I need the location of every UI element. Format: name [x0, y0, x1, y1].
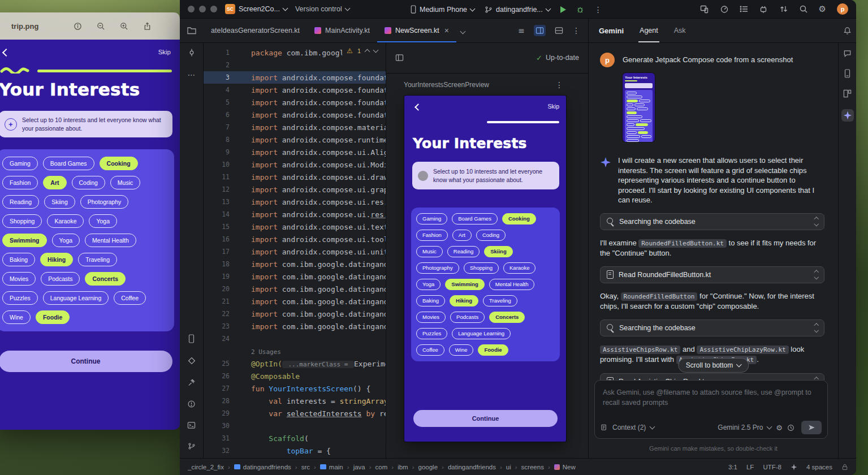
breadcrumb-com[interactable]: com — [375, 464, 388, 470]
line-number[interactable]: 30 — [204, 422, 236, 430]
editor-tab-mainactivity-kt[interactable]: MainActivity.kt — [307, 19, 377, 42]
version-control-tool-icon[interactable] — [188, 442, 196, 450]
line-number[interactable]: 5 — [204, 98, 236, 106]
code-line[interactable]: 10import androidx.compose.ui.Modi — [204, 158, 386, 171]
code-line[interactable]: 29 var selectedInterests by re — [204, 407, 386, 420]
line-number[interactable]: 11 — [204, 173, 236, 181]
line-number[interactable]: 12 — [204, 185, 236, 193]
code-line[interactable]: 4import androidx.compose.foundat — [204, 84, 386, 96]
line-number[interactable]: 9 — [204, 148, 236, 156]
breadcrumb-google[interactable]: google — [418, 464, 438, 470]
editor-tab-ateideasgeneratorscreen-kt[interactable]: ateIdeasGeneratorScreen.kt — [204, 19, 307, 42]
code-line[interactable]: 32 topBar = { — [204, 444, 386, 457]
code-line[interactable]: 6import androidx.compose.foundat — [204, 109, 386, 121]
split-editor-icon[interactable] — [534, 25, 546, 36]
tool-call-read-roundedfilledbutton-kt[interactable]: Read RoundedFilledButton.kt — [600, 266, 824, 283]
gemini-status-icon[interactable] — [791, 464, 797, 470]
expand-collapse-icon[interactable] — [815, 324, 818, 331]
editor-tab-newscreen-kt[interactable]: NewScreen.kt× — [377, 19, 456, 42]
more-tool-windows-icon[interactable]: ⋯ — [188, 70, 196, 79]
code-lines[interactable]: 1package com.ibm.googl23import androidx.… — [204, 42, 386, 458]
line-number[interactable]: 7 — [204, 123, 236, 131]
code-line[interactable]: 2 Usages — [204, 345, 386, 357]
expand-collapse-icon[interactable] — [815, 218, 818, 225]
code-line[interactable]: 9import androidx.compose.ui.Alig — [204, 146, 386, 158]
breadcrumb-datingandfriends[interactable]: datingandfriends — [234, 464, 291, 470]
vcs-update-icon[interactable] — [779, 5, 788, 14]
breadcrumb-main[interactable]: main — [320, 464, 343, 470]
search-everywhere-icon[interactable] — [799, 5, 808, 14]
gemini-tool-icon[interactable] — [841, 109, 854, 122]
tab-ask[interactable]: Ask — [674, 19, 686, 42]
maximize-window-icon[interactable] — [210, 6, 217, 12]
code-line[interactable]: 12import androidx.compose.ui.grap — [204, 183, 386, 196]
line-number[interactable]: 10 — [204, 161, 236, 169]
line-number[interactable]: 6 — [204, 111, 236, 119]
run-button[interactable] — [560, 6, 566, 13]
prev-problem-icon[interactable] — [365, 49, 370, 55]
vcs-widget[interactable]: Version control — [295, 5, 349, 13]
send-button[interactable] — [801, 421, 822, 434]
code-line[interactable]: 25@OptIn( ...markerClass = Experiment — [204, 357, 386, 370]
terminal-tool-icon[interactable] — [187, 421, 196, 429]
breadcrumb-datingandfriends[interactable]: datingandfriends — [448, 464, 496, 470]
line-number[interactable]: 15 — [204, 223, 236, 231]
code-line[interactable]: 3import androidx.compose.foundat — [204, 71, 386, 84]
line-number[interactable]: 4 — [204, 86, 236, 94]
run-config-selector[interactable]: datingandfrie... — [485, 6, 550, 14]
info-icon[interactable] — [74, 22, 82, 31]
line-number[interactable]: 27 — [204, 385, 236, 392]
code-line[interactable]: 2 — [204, 59, 386, 71]
line-number[interactable]: 26 — [204, 372, 236, 380]
indent-size[interactable]: 4 spaces — [806, 464, 832, 470]
line-number[interactable]: 22 — [204, 310, 236, 318]
code-line[interactable]: 28 val interests = stringArray — [204, 395, 386, 407]
line-number[interactable]: 1 — [204, 49, 236, 57]
device-selector[interactable]: Medium Phone — [411, 5, 474, 14]
problems-tool-icon[interactable] — [187, 400, 196, 408]
code-line[interactable]: 24 — [204, 332, 386, 345]
line-number[interactable]: 20 — [204, 285, 236, 293]
close-tab-icon[interactable]: × — [444, 27, 449, 34]
code-line[interactable]: 7import androidx.compose.materia — [204, 121, 386, 133]
breadcrumb-java[interactable]: java — [353, 464, 365, 470]
profile-avatar[interactable]: p — [837, 3, 848, 15]
breadcrumb-ibm[interactable]: ibm — [398, 464, 408, 470]
hidden-tabs-chevron-icon[interactable] — [461, 25, 465, 36]
code-line[interactable]: 21import com.ibm.google.datingand — [204, 295, 386, 308]
preview-layout-icon[interactable] — [555, 27, 563, 34]
gemini-prompt-input[interactable] — [602, 386, 823, 412]
preview-options-icon[interactable]: ⋮ — [555, 80, 563, 89]
line-number[interactable]: 13 — [204, 198, 236, 206]
profiler-icon[interactable] — [720, 5, 729, 14]
line-number[interactable]: 2 — [204, 61, 236, 69]
line-number[interactable]: 18 — [204, 260, 236, 268]
code-line[interactable]: 5import androidx.compose.foundat — [204, 96, 386, 109]
project-tool-icon[interactable] — [180, 19, 204, 42]
line-separator[interactable]: LF — [746, 464, 754, 470]
minimize-window-icon[interactable] — [199, 6, 206, 12]
inspection-widget[interactable]: ⚠ 1 — [342, 45, 382, 57]
breadcrumb-circle-2-fix[interactable]: _circle_2_fix — [188, 464, 224, 470]
expand-collapse-icon[interactable] — [815, 271, 818, 278]
code-line[interactable]: 31 Scaffold( — [204, 432, 386, 444]
code-line[interactable]: 16import androidx.compose.ui.tool — [204, 233, 386, 245]
running-devices-icon[interactable] — [700, 5, 709, 14]
breadcrumb-ui[interactable]: ui — [506, 464, 511, 470]
line-number[interactable]: 21 — [204, 297, 236, 305]
commit-tool-icon[interactable] — [187, 48, 196, 57]
code-line[interactable]: 13import androidx.compose.ui.res. — [204, 196, 386, 208]
device-explorer-icon[interactable] — [844, 69, 850, 78]
line-number[interactable]: 29 — [204, 409, 236, 417]
line-number[interactable]: 3 — [204, 74, 236, 81]
code-line[interactable]: 26@Composable — [204, 370, 386, 382]
code-line[interactable]: 17import androidx.compose.ui.unit — [204, 245, 386, 258]
gemini-chat[interactable]: p Generate Jetpack Compose code from a s… — [589, 42, 838, 380]
app-insights-icon[interactable] — [187, 356, 196, 365]
code-line[interactable]: 19import com.ibm.google.datingand — [204, 270, 386, 283]
line-number[interactable]: 28 — [204, 397, 236, 405]
line-number[interactable]: 16 — [204, 235, 236, 243]
preview-split-icon[interactable] — [395, 54, 404, 62]
model-label[interactable]: Gemini 2.5 Pro — [718, 424, 763, 431]
gemini-input-box[interactable]: Context (2) Gemini 2.5 Pro ⚙ — [594, 380, 828, 439]
